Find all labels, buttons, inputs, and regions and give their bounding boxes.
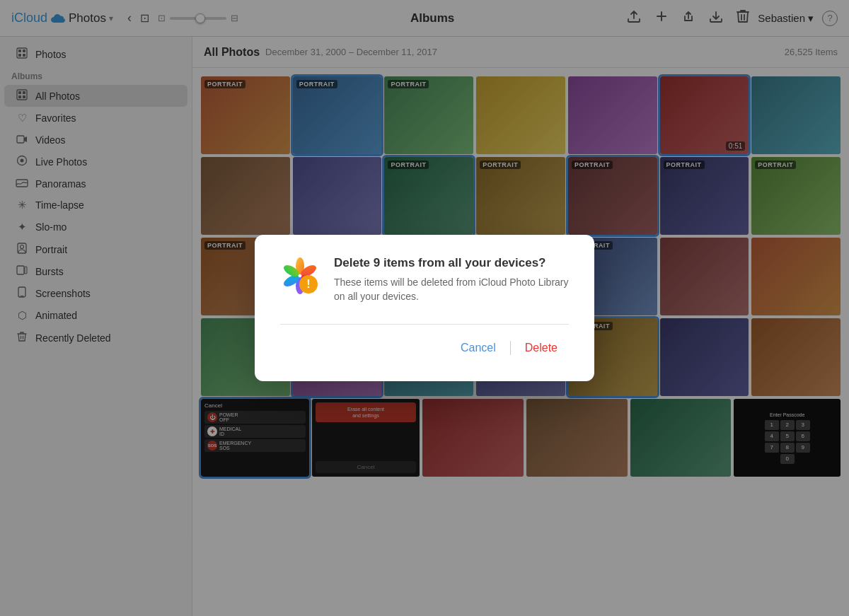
delete-dialog: ! Delete 9 items from all your devices? … bbox=[255, 235, 594, 380]
cancel-button[interactable]: Cancel bbox=[449, 336, 507, 360]
dialog-text: Delete 9 items from all your devices? Th… bbox=[334, 256, 569, 303]
dialog-top: ! Delete 9 items from all your devices? … bbox=[280, 256, 569, 303]
button-divider bbox=[510, 341, 511, 355]
modal-overlay: ! Delete 9 items from all your devices? … bbox=[0, 0, 849, 616]
svg-text:!: ! bbox=[306, 278, 310, 290]
photos-app-icon: ! bbox=[280, 256, 320, 296]
dialog-description: These items will be deleted from iCloud … bbox=[334, 276, 569, 303]
dialog-title: Delete 9 items from all your devices? bbox=[334, 256, 569, 270]
dialog-buttons: Cancel Delete bbox=[280, 324, 569, 360]
delete-button[interactable]: Delete bbox=[514, 336, 569, 360]
